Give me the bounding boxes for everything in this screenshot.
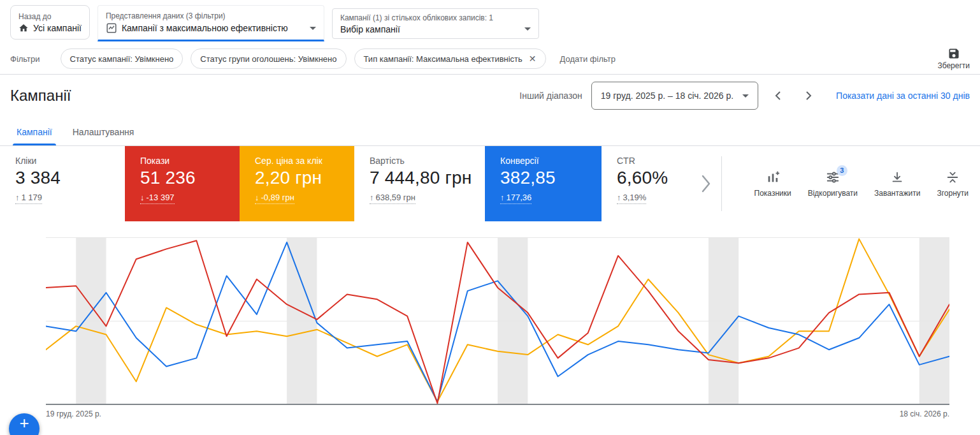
adjust-button[interactable]: 3 Відкоригувати: [808, 170, 858, 198]
down-arrow-icon: ↓: [255, 193, 259, 202]
download-icon: [890, 170, 904, 184]
chart-toolbar: Показники 3 Відкоригувати Завантажити Зг…: [738, 146, 980, 221]
performance-chart: [46, 237, 949, 405]
scorecard-delta: ↓-13 397: [140, 193, 175, 204]
create-campaign-fab[interactable]: +: [9, 413, 40, 435]
add-filter-button[interactable]: Додати фільтр: [560, 54, 616, 64]
scorecard-value: 7 444,80 грн: [370, 168, 470, 188]
save-label: Зберегти: [937, 61, 970, 70]
date-range-picker[interactable]: 19 груд. 2025 р. – 18 січ. 2026 р.: [591, 82, 758, 110]
scorecard-label: Сер. ціна за клік: [255, 156, 339, 166]
scorecard-value: 3 384: [15, 168, 110, 188]
back-label: Назад до: [18, 12, 82, 21]
scorecard-delta: ↑638,59 грн: [370, 193, 415, 204]
scorecard-value: 2,20 грн: [255, 168, 339, 188]
recommendations-badge: 3: [837, 165, 847, 176]
data-view-value: Кампанії з максимальною ефективністю: [122, 23, 288, 33]
up-arrow-icon: ↑: [500, 193, 505, 202]
back-to-all-campaigns[interactable]: Назад до Усі кампанії: [10, 5, 90, 40]
download-label: Завантажити: [874, 189, 920, 198]
plus-icon: +: [19, 413, 29, 432]
scorecard-value: 382,85: [500, 168, 586, 188]
scorecard-delta: ↑3,19%: [617, 193, 646, 204]
date-range-value: 19 груд. 2025 р. – 18 січ. 2026 р.: [601, 91, 733, 101]
scorecard-delta: ↓-0,89 грн: [255, 193, 294, 204]
top-navigation-bar: Назад до Усі кампанії Представлення дани…: [0, 0, 980, 43]
data-view-dropdown[interactable]: Представлення даних (3 фільтри) Кампанії…: [97, 5, 324, 41]
tab-settings[interactable]: Налаштування: [62, 127, 145, 145]
scorecard-label: Покази: [140, 156, 224, 166]
campaign-select-label: Кампанії (1) зі стількох облікових запис…: [340, 13, 531, 22]
page-title: Кампанії: [10, 87, 71, 105]
metrics-label: Показники: [754, 189, 791, 198]
sliders-icon: 3: [826, 170, 840, 184]
chevron-down-icon: [524, 27, 531, 31]
axis-end-date: 18 січ. 2026 р.: [900, 409, 949, 418]
scorecard-delta: ↑1 179: [15, 193, 42, 204]
campaign-select-value: Вибір кампанії: [340, 24, 400, 34]
performance-chart-area: 19 груд. 2025 р. 18 січ. 2026 р.: [46, 237, 949, 418]
up-arrow-icon: ↑: [617, 193, 621, 202]
chevron-down-icon: [310, 27, 316, 30]
previous-range-button[interactable]: [767, 85, 789, 107]
vertical-divider: [721, 156, 722, 211]
home-icon: [18, 23, 29, 33]
campaign-select-dropdown[interactable]: Кампанії (1) зі стількох облікових запис…: [332, 8, 539, 39]
performance-chart-icon: [106, 22, 117, 34]
scorecard-label: Конверсії: [500, 156, 586, 166]
collapse-label: Згорнути: [937, 189, 969, 198]
back-target-label: Усі кампанії: [33, 23, 82, 33]
metrics-chart-icon: [766, 170, 780, 184]
scorecard-delta: ↑177,36: [500, 193, 531, 204]
metrics-button[interactable]: Показники: [754, 170, 791, 198]
scorecard-cost[interactable]: Вартість 7 444,80 грн ↑638,59 грн: [354, 146, 485, 221]
download-button[interactable]: Завантажити: [874, 170, 920, 198]
up-arrow-icon: ↑: [15, 193, 20, 202]
chip-text: Статус групи оголошень: Увімкнено: [200, 54, 336, 64]
chip-text: Статус кампанії: Увімкнено: [70, 54, 174, 64]
page-header: Кампанії Інший діапазон 19 груд. 2025 р.…: [0, 75, 980, 117]
scorecard-avg-cpc[interactable]: Сер. ціна за клік 2,20 грн ↓-0,89 грн: [240, 146, 354, 221]
filter-chip-adgroup-status[interactable]: Статус групи оголошень: Увімкнено: [191, 48, 346, 69]
scroll-metrics-right-button[interactable]: [691, 146, 721, 221]
scorecard-value: 6,60%: [617, 168, 675, 188]
scorecard-label: Кліки: [15, 156, 110, 166]
scorecard-ctr[interactable]: CTR 6,60% ↑3,19%: [602, 146, 691, 221]
down-arrow-icon: ↓: [140, 193, 145, 202]
axis-start-date: 19 груд. 2025 р.: [46, 409, 101, 418]
chevron-down-icon: [742, 94, 749, 98]
collapse-button[interactable]: Згорнути: [937, 170, 969, 198]
up-arrow-icon: ↑: [370, 193, 374, 202]
data-view-label: Представлення даних (3 фільтри): [106, 11, 316, 20]
scorecard-strip: Кліки 3 384 ↑1 179 Покази 51 236 ↓-13 39…: [0, 146, 980, 221]
filter-chip-campaign-type[interactable]: Тип кампанії: Максимальна ефективність ✕: [354, 48, 546, 69]
filters-label: Фільтри: [10, 54, 40, 64]
filter-bar: Фільтри Статус кампанії: Увімкнено Стату…: [0, 43, 980, 74]
range-hint-label: Інший діапазон: [519, 91, 582, 101]
chip-text: Тип кампанії: Максимальна ефективність: [364, 54, 522, 64]
tab-bar: Кампанії Налаштування: [0, 117, 980, 146]
next-range-button[interactable]: [798, 85, 819, 107]
scorecard-clicks[interactable]: Кліки 3 384 ↑1 179: [0, 146, 125, 221]
show-last-30-days-link[interactable]: Показати дані за останні 30 днів: [836, 91, 970, 101]
scorecard-conversions[interactable]: Конверсії 382,85 ↑177,36: [485, 146, 602, 221]
filter-chip-campaign-status[interactable]: Статус кампанії: Увімкнено: [61, 48, 184, 69]
collapse-icon: [946, 170, 960, 184]
x-axis-labels: 19 груд. 2025 р. 18 січ. 2026 р.: [46, 405, 949, 418]
scorecard-label: CTR: [617, 156, 675, 166]
save-icon: [948, 47, 960, 60]
save-filters-button[interactable]: Зберегти: [937, 47, 970, 70]
close-icon[interactable]: ✕: [529, 54, 537, 64]
scorecard-impressions[interactable]: Покази 51 236 ↓-13 397: [125, 146, 240, 221]
tab-campaigns[interactable]: Кампанії: [6, 127, 62, 145]
adjust-label: Відкоригувати: [808, 189, 858, 198]
scorecard-label: Вартість: [370, 156, 470, 166]
scorecard-value: 51 236: [140, 168, 224, 188]
